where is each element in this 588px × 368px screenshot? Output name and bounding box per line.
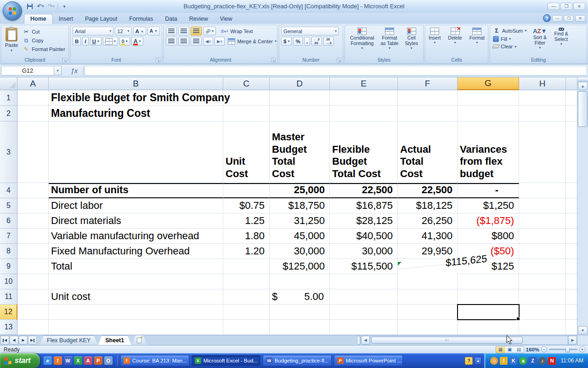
row-header-1[interactable]: 1 [0,90,17,106]
cell-G13[interactable] [458,320,519,335]
cell-A9[interactable] [17,259,49,274]
cell-E7[interactable]: $40,500 [330,229,398,244]
cell-C4[interactable] [223,183,270,198]
tray-security-shield-icon[interactable]: ! [500,357,508,365]
cell-A13[interactable] [17,320,49,335]
font-color-button[interactable]: A▾ [131,37,143,46]
cell-E11[interactable] [330,289,398,305]
redo-button[interactable]: ↷▾ [47,2,55,11]
cell-styles-button[interactable]: Cell Styles▾ [403,27,420,51]
page-break-view-button[interactable]: ▤ [514,346,524,353]
cell-E9[interactable]: $115,500 [330,259,398,274]
cell-A5[interactable] [17,198,49,213]
cell-D13[interactable] [270,320,330,335]
cell-B3[interactable] [49,121,223,183]
column-header-G[interactable]: G [458,77,519,90]
ribbon-tab-data[interactable]: Data [159,14,183,24]
undo-button[interactable]: ↶▾ [36,2,45,11]
minimize-button[interactable]: — [548,3,560,10]
font-dialog-launcher[interactable]: ↘ [156,58,160,63]
cell-H8[interactable] [519,244,566,259]
workbook-close-button[interactable]: ✕ [575,15,585,22]
help-button[interactable]: ? [543,14,551,22]
find-select-button[interactable]: Find & Select▾ [552,27,570,51]
shrink-font-button[interactable]: A▼ [147,27,160,35]
cell-C11[interactable] [223,289,270,305]
cell-B13[interactable] [49,320,223,335]
save-button[interactable] [26,2,34,11]
quick-launch-access-icon[interactable]: A [84,356,92,365]
cell-B11[interactable]: Unit cost [49,289,223,305]
tray-messenger-icon[interactable]: ☺ [490,357,498,365]
normal-view-button[interactable]: ▦ [496,346,505,353]
column-header-C[interactable]: C [223,77,270,90]
cell-B9[interactable]: Total [49,259,223,274]
quick-launch-powerpoint-icon[interactable]: P [94,356,102,365]
delete-cells-button[interactable]: ✕ Delete▾ [446,27,464,46]
cell-G11[interactable] [458,289,519,305]
cell-D5[interactable]: $18,750 [270,198,330,213]
cell-B12[interactable] [49,305,223,320]
tray-volume-icon[interactable]: ♪ [538,357,546,365]
row-header-11[interactable]: 11 [0,289,17,305]
borders-button[interactable]: ▾ [103,37,118,46]
row-header-9[interactable]: 9 [0,259,17,274]
workbook-restore-button[interactable]: ❐ [564,15,574,22]
cell-B5[interactable]: Direct labor [49,198,223,213]
tray-zonealarm-icon[interactable]: Z [529,357,537,365]
decrease-indent-button[interactable]: ◀≡ [203,37,213,46]
cell-A1[interactable] [17,90,49,106]
horizontal-scrollbar[interactable]: ◀ ▶ [357,336,577,345]
ribbon-tab-view[interactable]: View [214,14,238,24]
cell-B2[interactable]: Manufacturing Cost [49,106,223,121]
column-header-A[interactable]: A [17,77,49,90]
zoom-slider-track[interactable] [549,349,577,350]
cell-E1[interactable] [330,90,398,106]
cell-H4[interactable] [519,183,566,198]
cell-H6[interactable] [519,213,566,229]
cell-G12[interactable] [458,305,519,320]
format-as-table-button[interactable]: Format as Table▾ [379,27,401,51]
cell-C10[interactable] [223,274,270,289]
cell-G2[interactable] [458,106,519,121]
scroll-up-button[interactable]: ▲ [578,82,588,90]
cell-D3[interactable]: Master Budget Total Cost [270,121,330,183]
format-painter-button[interactable]: ✎Format Painter [22,45,66,53]
cell-E10[interactable] [330,274,398,289]
cell-A4[interactable] [17,183,49,198]
vertical-scroll-track[interactable] [577,127,588,326]
align-center-button[interactable] [178,37,189,46]
cell-B8[interactable]: Fixed Manufacturing Overhead [49,244,223,259]
scroll-down-button[interactable]: ▼ [578,326,588,334]
cell-A11[interactable] [17,289,49,305]
formula-input[interactable] [85,66,587,75]
last-sheet-button[interactable]: ▶ [28,336,37,345]
cell-F5[interactable]: $18,125 [398,198,458,213]
cell-C5[interactable]: $0.75 [223,198,270,213]
clear-button[interactable]: Clear▾ [492,43,527,50]
row-header-5[interactable]: 5 [0,198,17,213]
column-header-D[interactable]: D [270,77,330,90]
row-header-13[interactable]: 13 [0,320,17,335]
tab-split-handle[interactable] [357,336,361,345]
cell-H11[interactable] [519,289,566,305]
tray-norton-icon[interactable]: N [548,357,556,365]
cell-C8[interactable]: 1.20 [223,244,270,259]
cell-A3[interactable] [17,121,49,183]
sort-filter-button[interactable]: AZ▼ Sort & Filter▾ [531,27,548,51]
quick-launch-outlook-icon[interactable]: O [104,356,113,365]
fill-color-button[interactable]: ◊▾ [119,37,130,46]
select-all-corner[interactable] [0,77,17,90]
start-button[interactable]: start [0,353,40,368]
horizontal-scroll-thumb[interactable] [371,337,523,344]
cell-B10[interactable] [49,274,223,289]
taskbar-button-microsoft-excel-bud[interactable]: XMicrosoft Excel - Bud... [192,355,260,366]
cell-D7[interactable]: 45,000 [270,229,330,244]
cell-B6[interactable]: Direct materials [49,213,223,229]
cell-D1[interactable] [270,90,330,106]
insert-worksheet-button[interactable] [131,335,147,345]
row-header-8[interactable]: 8 [0,244,17,259]
next-sheet-button[interactable]: ▶ [19,336,28,345]
cell-C1[interactable] [223,90,270,106]
underline-button[interactable]: U▾ [90,37,102,46]
